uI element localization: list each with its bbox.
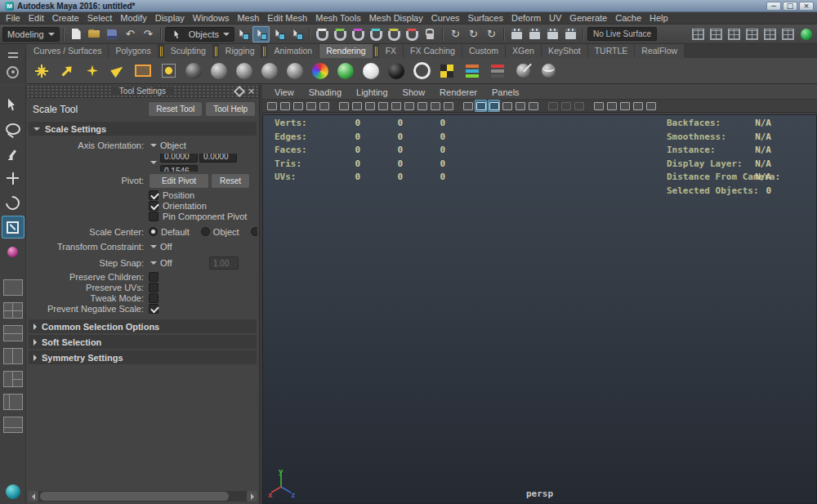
viewport-canvas[interactable]: Verts:000Edges:000Faces:000Tris:000UVs:0…: [262, 114, 817, 504]
point-light-icon[interactable]: [81, 60, 104, 83]
menu-select[interactable]: Select: [83, 12, 117, 25]
layout-persp-graph-icon[interactable]: [3, 417, 23, 433]
layout-two-pane-side-icon[interactable]: [3, 348, 23, 364]
scroll-left-icon[interactable]: [28, 491, 38, 502]
reset-tool-button[interactable]: Reset Tool: [148, 101, 203, 117]
viewport-menu-show[interactable]: Show: [395, 87, 433, 97]
dropdown-arrow-icon[interactable]: [150, 161, 157, 164]
scale-tool-icon[interactable]: [2, 216, 25, 239]
depth-of-field-icon[interactable]: [573, 100, 585, 112]
use-background-icon[interactable]: [410, 60, 433, 83]
gamma-icon[interactable]: [645, 100, 657, 112]
shelf-tab-animation[interactable]: Animation: [267, 44, 319, 58]
viewport-menu-renderer[interactable]: Renderer: [432, 87, 484, 97]
ipr-render-icon[interactable]: [544, 26, 561, 42]
checkbox-position[interactable]: [149, 190, 158, 200]
shelf-tab-selector-icon[interactable]: [6, 47, 20, 60]
pin-icon[interactable]: [234, 86, 244, 96]
menu-uv[interactable]: UV: [545, 12, 565, 25]
checkbox-preserve-children[interactable]: [149, 272, 158, 282]
snap-to-points-icon[interactable]: [350, 26, 367, 42]
grease-pencil-icon[interactable]: [350, 100, 363, 112]
layout-outliner-persp-icon[interactable]: [3, 394, 23, 410]
undo-icon[interactable]: [122, 26, 139, 42]
shelf-tab-keyshot[interactable]: KeyShot: [542, 44, 588, 58]
close-button[interactable]: ×: [799, 2, 814, 11]
radio-ma[interactable]: Ma: [251, 227, 257, 237]
menuset-dropdown[interactable]: Modeling: [2, 27, 60, 42]
directional-light-icon[interactable]: [56, 60, 78, 83]
menu-cache[interactable]: Cache: [611, 12, 645, 25]
checkbox-preserve-uvs[interactable]: [149, 283, 158, 292]
shelf-tab-rigging[interactable]: Rigging: [219, 44, 262, 58]
hypershade-icon[interactable]: [309, 60, 332, 83]
layout-three-pane-icon[interactable]: [3, 371, 23, 387]
phong-material-icon[interactable]: [258, 60, 281, 83]
paint-effects-shader-icon[interactable]: [537, 60, 560, 83]
2d-pan-zoom-icon[interactable]: [337, 100, 350, 112]
viewport-menu-view[interactable]: View: [267, 87, 301, 97]
render-settings-icon[interactable]: [562, 26, 579, 42]
ramp-shader-icon[interactable]: [334, 60, 357, 83]
volume-light-icon[interactable]: [157, 60, 180, 83]
multisampling-icon[interactable]: [560, 100, 572, 112]
snap-to-grids-icon[interactable]: [314, 26, 331, 42]
menu-curves[interactable]: Curves: [427, 12, 464, 25]
shadows-icon[interactable]: [514, 100, 526, 112]
shelf-tab-turtle[interactable]: TURTLE: [588, 44, 636, 58]
paint-select-tool-icon[interactable]: [2, 142, 25, 165]
scale-value-field-2[interactable]: [160, 165, 198, 172]
menu-edit[interactable]: Edit: [25, 12, 48, 25]
viewport-menu-panels[interactable]: Panels: [484, 87, 527, 97]
section-symmetry-settings[interactable]: Symmetry Settings: [29, 350, 257, 364]
show-attribute-editor-icon[interactable]: [725, 26, 743, 42]
inputs-to-selected-icon[interactable]: [447, 26, 464, 42]
redo-icon[interactable]: [140, 26, 157, 42]
field-chart-icon[interactable]: [416, 100, 428, 112]
show-layer-editor-icon[interactable]: [779, 26, 797, 42]
xray-joints-icon[interactable]: [618, 100, 631, 112]
select-by-object-type-icon[interactable]: [252, 26, 270, 42]
snap-to-curves-icon[interactable]: [332, 26, 349, 42]
menu-modify[interactable]: Modify: [116, 12, 150, 25]
screen-space-ao-icon[interactable]: [527, 100, 539, 112]
open-scene-icon[interactable]: [86, 26, 103, 42]
teal-sphere-icon[interactable]: [6, 484, 20, 499]
dropdown-arrow-icon[interactable]: [150, 261, 157, 265]
soft-mod-tool-icon[interactable]: [2, 240, 25, 263]
shelf-options-gear-icon[interactable]: [6, 65, 20, 78]
surface-shader-icon[interactable]: [359, 60, 382, 83]
title-bar[interactable]: M Autodesk Maya 2016: untitled* −□×: [0, 0, 817, 12]
isolate-select-icon[interactable]: [592, 100, 605, 112]
wireframe-icon[interactable]: [462, 100, 474, 112]
menu-edit-mesh[interactable]: Edit Mesh: [263, 12, 311, 25]
scrollbar-thumb[interactable]: [40, 492, 229, 501]
tool-help-button[interactable]: Tool Help: [205, 101, 256, 117]
show-modeling-toolkit-icon[interactable]: [690, 26, 707, 42]
horizontal-scrollbar[interactable]: [28, 491, 257, 502]
open-render-view-icon[interactable]: [508, 26, 525, 42]
menu-surfaces[interactable]: Surfaces: [464, 12, 507, 25]
anisotropic-material-icon[interactable]: [182, 60, 205, 83]
reset-pivot-button[interactable]: Reset: [211, 173, 250, 189]
save-scene-icon[interactable]: [104, 26, 121, 42]
selection-mask-icon[interactable]: [288, 26, 306, 42]
image-plane-icon[interactable]: [318, 100, 330, 112]
axis-orientation-value[interactable]: Object: [160, 140, 186, 150]
select-tool-icon[interactable]: [2, 93, 25, 116]
menu-display[interactable]: Display: [151, 12, 189, 25]
shelf-tab-polygons[interactable]: Polygons: [109, 44, 158, 58]
menu-generate[interactable]: Generate: [565, 12, 611, 25]
menu-mesh-display[interactable]: Mesh Display: [365, 12, 427, 25]
safe-title-icon[interactable]: [442, 100, 454, 112]
shelf-tab-curves-surfaces[interactable]: Curves / Surfaces: [27, 44, 109, 58]
minimize-button[interactable]: −: [766, 2, 781, 11]
lambert-material-icon[interactable]: [233, 60, 256, 83]
blinn-material-icon[interactable]: [208, 60, 230, 83]
section-scale-settings[interactable]: Scale Settings: [29, 122, 257, 136]
live-surface-field[interactable]: No Live Surface: [587, 27, 657, 41]
menu-windows[interactable]: Windows: [189, 12, 234, 25]
checkbox-prevent-negative-scale[interactable]: [149, 304, 158, 314]
scale-value-field-1[interactable]: [199, 154, 237, 163]
construction-history-icon[interactable]: [483, 26, 500, 42]
